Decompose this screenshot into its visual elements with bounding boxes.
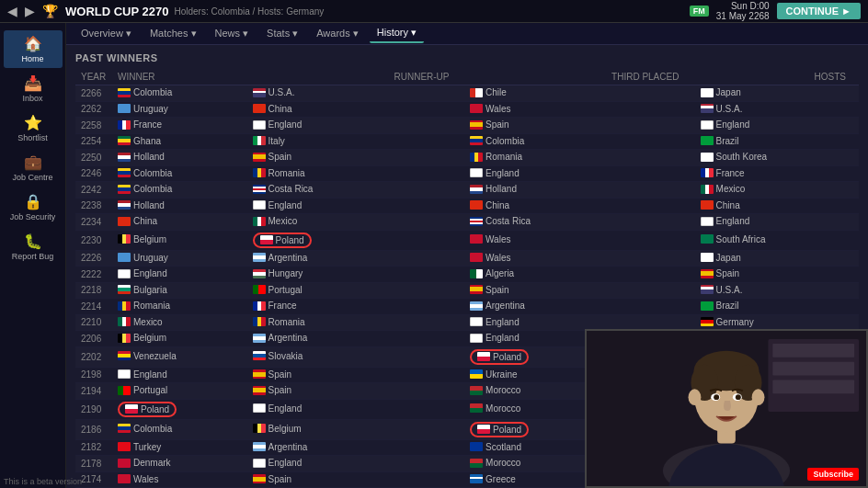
job-centre-icon: 💼: [24, 153, 42, 171]
inbox-icon: 📥: [24, 74, 42, 92]
table-row: 2230BelgiumPolandWalesSouth Africa: [75, 230, 859, 250]
beta-notice: This is a beta version: [0, 475, 86, 488]
sidebar-item-home[interactable]: 🏠 Home: [4, 30, 63, 68]
col-third: THIRD PLACED: [464, 69, 695, 85]
table-row: 2218BulgariaPortugalSpainU.S.A.: [75, 282, 859, 299]
subnav-stats[interactable]: Stats ▾: [259, 25, 305, 42]
webcam-person: Subscribe: [587, 331, 866, 486]
section-title: PAST WINNERS: [75, 52, 859, 63]
wc-icon: 🏆: [42, 4, 58, 18]
title-section: WORLD CUP 2270 Holders: Colombia / Hosts…: [65, 5, 682, 18]
svg-rect-4: [772, 380, 854, 393]
sub-nav: Overview ▾ Matches ▾ News ▾ Stats ▾ Awar…: [66, 23, 868, 45]
right-section: FM Sun D:00 31 May 2268 CONTINUE ►: [690, 1, 861, 21]
svg-point-14: [736, 394, 741, 400]
table-row: 2262UruguayChinaWalesU.S.A.: [75, 101, 859, 118]
sidebar-label-shortlist: Shortlist: [17, 133, 48, 142]
sidebar-label-job-centre: Job Centre: [12, 173, 52, 182]
sidebar-item-job-security[interactable]: 🔒 Job Security: [4, 188, 63, 226]
job-security-icon: 🔒: [24, 193, 42, 210]
svg-point-15: [689, 389, 702, 405]
page-subtitle: Holders: Colombia / Hosts: Germany: [174, 6, 324, 17]
col-year: YEAR: [75, 69, 112, 85]
table-row: 2214RomaniaFranceArgentinaBrazil: [75, 299, 859, 315]
sidebar-label-inbox: Inbox: [22, 94, 42, 103]
date-section: Sun D:00 31 May 2268: [716, 1, 770, 21]
subnav-overview[interactable]: Overview ▾: [74, 25, 139, 42]
sidebar-label-job-security: Job Security: [10, 212, 56, 221]
date-line2: 31 May 2268: [716, 11, 770, 21]
report-bug-icon: 🐛: [24, 233, 42, 250]
sidebar-item-inbox[interactable]: 📥 Inbox: [4, 70, 63, 108]
continue-button[interactable]: CONTINUE ►: [777, 3, 861, 19]
sidebar-item-job-centre[interactable]: 💼 Job Centre: [4, 149, 63, 187]
subnav-matches[interactable]: Matches ▾: [143, 25, 204, 42]
table-row: 2258FranceEnglandSpainEngland: [75, 118, 859, 134]
table-row: 2242ColombiaCosta RicaHollandMexico: [75, 182, 859, 199]
home-icon: 🏠: [24, 35, 42, 52]
table-row: 2266ColombiaU.S.A.ChileJapan: [75, 85, 859, 102]
subnav-history[interactable]: History ▾: [370, 24, 424, 43]
col-winner: WINNER: [112, 69, 247, 85]
top-bar: ◀ ▶ 🏆 WORLD CUP 2270 Holders: Colombia /…: [0, 0, 868, 23]
svg-point-16: [752, 389, 765, 405]
sidebar: 🏠 Home 📥 Inbox ⭐ Shortlist 💼 Job Centre …: [0, 23, 66, 488]
table-row: 2234ChinaMexicoCosta RicaEngland: [75, 214, 859, 231]
col-runner-up: RUNNER-UP: [247, 69, 465, 85]
svg-rect-2: [772, 344, 854, 357]
table-row: 2238HollandEnglandChinaChina: [75, 198, 859, 214]
subnav-awards[interactable]: Awards ▾: [309, 25, 366, 42]
fm-badge: FM: [690, 6, 709, 17]
table-row: 2246ColombiaRomaniaEnglandFrance: [75, 165, 859, 182]
table-row: 2254GhanaItalyColombiaBrazil: [75, 133, 859, 150]
table-row: 2226UruguayArgentinaWalesJapan: [75, 250, 859, 267]
table-header-row: YEAR WINNER RUNNER-UP THIRD PLACED HOSTS: [75, 69, 859, 85]
svg-point-13: [714, 394, 719, 400]
date-line1: Sun D:00: [716, 1, 770, 11]
back-button[interactable]: ◀: [7, 4, 17, 18]
page-title: WORLD CUP 2270: [65, 5, 168, 18]
webcam-overlay: Subscribe: [585, 329, 868, 488]
table-row: 2210MexicoRomaniaEnglandGermany: [75, 314, 859, 331]
sidebar-label-home: Home: [21, 54, 43, 63]
sidebar-label-report-bug: Report Bug: [12, 252, 54, 261]
svg-rect-3: [772, 362, 854, 376]
shortlist-icon: ⭐: [24, 114, 42, 131]
table-row: 2222EnglandHungaryAlgeriaSpain: [75, 267, 859, 283]
forward-button[interactable]: ▶: [25, 4, 35, 18]
subnav-news[interactable]: News ▾: [208, 25, 257, 42]
sidebar-item-shortlist[interactable]: ⭐ Shortlist: [4, 109, 63, 147]
table-row: 2250HollandSpainRomaniaSouth Korea: [75, 150, 859, 166]
subscribe-button[interactable]: Subscribe: [807, 468, 859, 481]
sidebar-item-report-bug[interactable]: 🐛 Report Bug: [4, 228, 63, 266]
col-hosts: HOSTS: [695, 69, 859, 85]
